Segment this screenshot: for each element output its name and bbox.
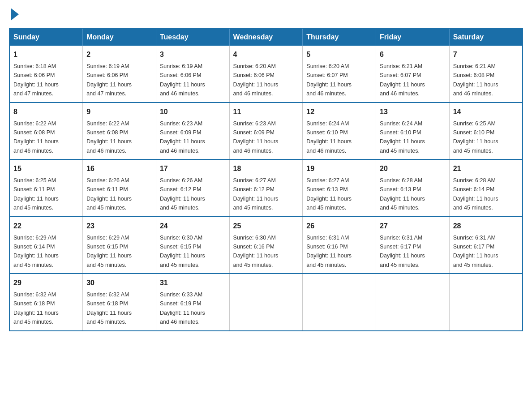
calendar-cell: 23 Sunrise: 6:29 AMSunset: 6:15 PMDaylig… — [83, 217, 156, 274]
calendar-cell — [449, 274, 523, 331]
day-info: Sunrise: 6:20 AMSunset: 6:07 PMDaylight:… — [306, 63, 352, 97]
calendar-cell: 12 Sunrise: 6:24 AMSunset: 6:10 PMDaylig… — [303, 103, 376, 160]
day-number: 12 — [306, 107, 372, 117]
calendar-cell: 5 Sunrise: 6:20 AMSunset: 6:07 PMDayligh… — [303, 46, 376, 103]
day-info: Sunrise: 6:24 AMSunset: 6:10 PMDaylight:… — [380, 120, 425, 154]
calendar-cell: 16 Sunrise: 6:26 AMSunset: 6:11 PMDaylig… — [83, 159, 156, 217]
day-info: Sunrise: 6:29 AMSunset: 6:15 PMDaylight:… — [86, 235, 132, 268]
day-number: 16 — [86, 163, 152, 174]
day-number: 23 — [86, 221, 152, 231]
page-header — [9, 9, 523, 19]
calendar-header-sunday: Sunday — [9, 28, 83, 46]
day-info: Sunrise: 6:27 AMSunset: 6:12 PMDaylight:… — [233, 177, 279, 211]
calendar-cell: 24 Sunrise: 6:30 AMSunset: 6:15 PMDaylig… — [156, 217, 229, 274]
calendar-cell: 7 Sunrise: 6:21 AMSunset: 6:08 PMDayligh… — [449, 46, 523, 103]
day-number: 29 — [13, 278, 79, 288]
calendar-cell: 9 Sunrise: 6:22 AMSunset: 6:08 PMDayligh… — [83, 103, 156, 160]
day-number: 28 — [453, 221, 519, 231]
calendar-cell: 22 Sunrise: 6:29 AMSunset: 6:14 PMDaylig… — [9, 217, 83, 274]
day-number: 26 — [306, 221, 372, 231]
calendar-cell: 30 Sunrise: 6:32 AMSunset: 6:18 PMDaylig… — [83, 274, 156, 331]
day-info: Sunrise: 6:32 AMSunset: 6:18 PMDaylight:… — [86, 291, 132, 325]
day-info: Sunrise: 6:22 AMSunset: 6:08 PMDaylight:… — [86, 120, 132, 154]
logo — [9, 9, 19, 19]
day-info: Sunrise: 6:19 AMSunset: 6:06 PMDaylight:… — [160, 63, 205, 97]
day-number: 2 — [86, 49, 152, 60]
day-number: 19 — [306, 163, 372, 174]
calendar-cell: 10 Sunrise: 6:23 AMSunset: 6:09 PMDaylig… — [156, 103, 229, 160]
calendar-header-tuesday: Tuesday — [156, 28, 229, 46]
calendar-cell: 3 Sunrise: 6:19 AMSunset: 6:06 PMDayligh… — [156, 46, 229, 103]
calendar-cell: 4 Sunrise: 6:20 AMSunset: 6:06 PMDayligh… — [229, 46, 303, 103]
day-number: 7 — [453, 49, 519, 60]
day-number: 4 — [233, 49, 299, 60]
day-number: 6 — [380, 49, 446, 60]
calendar-cell: 2 Sunrise: 6:19 AMSunset: 6:06 PMDayligh… — [83, 46, 156, 103]
calendar-week-row: 8 Sunrise: 6:22 AMSunset: 6:08 PMDayligh… — [9, 103, 523, 160]
day-number: 25 — [233, 221, 299, 231]
day-number: 10 — [160, 107, 226, 117]
calendar-header-row: SundayMondayTuesdayWednesdayThursdayFrid… — [9, 28, 523, 46]
calendar-cell: 14 Sunrise: 6:25 AMSunset: 6:10 PMDaylig… — [449, 103, 523, 160]
day-info: Sunrise: 6:23 AMSunset: 6:09 PMDaylight:… — [160, 120, 205, 154]
day-info: Sunrise: 6:25 AMSunset: 6:11 PMDaylight:… — [13, 177, 59, 211]
day-info: Sunrise: 6:28 AMSunset: 6:13 PMDaylight:… — [380, 177, 425, 211]
day-info: Sunrise: 6:22 AMSunset: 6:08 PMDaylight:… — [13, 120, 59, 154]
day-number: 20 — [380, 163, 446, 174]
day-number: 31 — [160, 278, 226, 288]
calendar-cell: 15 Sunrise: 6:25 AMSunset: 6:11 PMDaylig… — [9, 159, 83, 217]
calendar-week-row: 22 Sunrise: 6:29 AMSunset: 6:14 PMDaylig… — [9, 217, 523, 274]
calendar-week-row: 29 Sunrise: 6:32 AMSunset: 6:18 PMDaylig… — [9, 274, 523, 331]
calendar-header-wednesday: Wednesday — [229, 28, 303, 46]
calendar-cell — [229, 274, 303, 331]
day-info: Sunrise: 6:27 AMSunset: 6:13 PMDaylight:… — [306, 177, 352, 211]
day-number: 17 — [160, 163, 226, 174]
calendar-cell: 8 Sunrise: 6:22 AMSunset: 6:08 PMDayligh… — [9, 103, 83, 160]
calendar-cell: 6 Sunrise: 6:21 AMSunset: 6:07 PMDayligh… — [376, 46, 450, 103]
calendar-cell — [376, 274, 450, 331]
calendar-header-friday: Friday — [376, 28, 450, 46]
day-number: 24 — [160, 221, 226, 231]
day-info: Sunrise: 6:21 AMSunset: 6:08 PMDaylight:… — [453, 63, 498, 97]
day-info: Sunrise: 6:28 AMSunset: 6:14 PMDaylight:… — [453, 177, 498, 211]
day-number: 3 — [160, 49, 226, 60]
calendar-cell: 1 Sunrise: 6:18 AMSunset: 6:06 PMDayligh… — [9, 46, 83, 103]
day-number: 13 — [380, 107, 446, 117]
calendar-cell: 17 Sunrise: 6:26 AMSunset: 6:12 PMDaylig… — [156, 159, 229, 217]
day-info: Sunrise: 6:26 AMSunset: 6:11 PMDaylight:… — [86, 177, 132, 211]
day-number: 9 — [86, 107, 152, 117]
calendar-header-monday: Monday — [83, 28, 156, 46]
day-number: 18 — [233, 163, 299, 174]
calendar-cell: 26 Sunrise: 6:31 AMSunset: 6:16 PMDaylig… — [303, 217, 376, 274]
day-number: 21 — [453, 163, 519, 174]
day-info: Sunrise: 6:30 AMSunset: 6:16 PMDaylight:… — [233, 235, 279, 268]
day-info: Sunrise: 6:26 AMSunset: 6:12 PMDaylight:… — [160, 177, 205, 211]
day-info: Sunrise: 6:20 AMSunset: 6:06 PMDaylight:… — [233, 63, 279, 97]
day-info: Sunrise: 6:31 AMSunset: 6:16 PMDaylight:… — [306, 235, 352, 268]
day-number: 1 — [13, 49, 79, 60]
day-info: Sunrise: 6:24 AMSunset: 6:10 PMDaylight:… — [306, 120, 352, 154]
logo-arrow-icon — [11, 8, 19, 21]
day-info: Sunrise: 6:31 AMSunset: 6:17 PMDaylight:… — [453, 235, 498, 268]
calendar-header-thursday: Thursday — [303, 28, 376, 46]
calendar-cell: 21 Sunrise: 6:28 AMSunset: 6:14 PMDaylig… — [449, 159, 523, 217]
calendar-table: SundayMondayTuesdayWednesdayThursdayFrid… — [9, 28, 523, 331]
day-number: 8 — [13, 107, 79, 117]
calendar-cell: 31 Sunrise: 6:33 AMSunset: 6:19 PMDaylig… — [156, 274, 229, 331]
calendar-cell: 11 Sunrise: 6:23 AMSunset: 6:09 PMDaylig… — [229, 103, 303, 160]
calendar-cell: 25 Sunrise: 6:30 AMSunset: 6:16 PMDaylig… — [229, 217, 303, 274]
day-info: Sunrise: 6:21 AMSunset: 6:07 PMDaylight:… — [380, 63, 425, 97]
calendar-header-saturday: Saturday — [449, 28, 523, 46]
calendar-week-row: 15 Sunrise: 6:25 AMSunset: 6:11 PMDaylig… — [9, 159, 523, 217]
calendar-cell: 20 Sunrise: 6:28 AMSunset: 6:13 PMDaylig… — [376, 159, 450, 217]
day-number: 30 — [86, 278, 152, 288]
day-number: 22 — [13, 221, 79, 231]
day-info: Sunrise: 6:29 AMSunset: 6:14 PMDaylight:… — [13, 235, 59, 268]
day-info: Sunrise: 6:32 AMSunset: 6:18 PMDaylight:… — [13, 291, 59, 325]
day-info: Sunrise: 6:19 AMSunset: 6:06 PMDaylight:… — [86, 63, 132, 97]
day-info: Sunrise: 6:30 AMSunset: 6:15 PMDaylight:… — [160, 235, 205, 268]
calendar-cell: 29 Sunrise: 6:32 AMSunset: 6:18 PMDaylig… — [9, 274, 83, 331]
day-info: Sunrise: 6:18 AMSunset: 6:06 PMDaylight:… — [13, 63, 59, 97]
day-number: 27 — [380, 221, 446, 231]
calendar-week-row: 1 Sunrise: 6:18 AMSunset: 6:06 PMDayligh… — [9, 46, 523, 103]
